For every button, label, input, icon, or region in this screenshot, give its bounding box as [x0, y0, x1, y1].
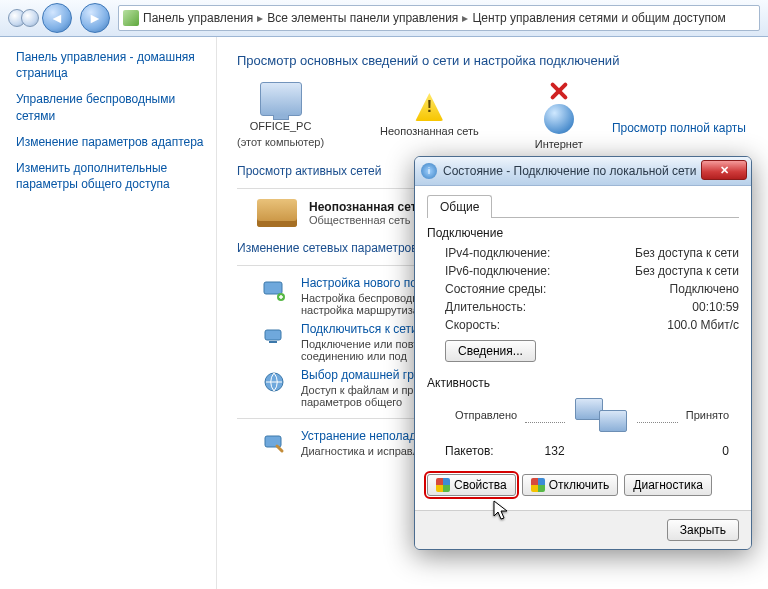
connection-group-label: Подключение	[427, 226, 739, 240]
active-network-type: Общественная сеть	[309, 214, 424, 226]
nav-back-button[interactable]: ◄	[42, 3, 72, 33]
node-internet: Интернет	[535, 80, 583, 150]
network-map: OFFICE_PC (этот компьютер) Неопознанная …	[237, 80, 748, 150]
ipv4-label: IPv4-подключение:	[445, 246, 550, 260]
shield-icon	[436, 478, 450, 492]
breadcrumb-mid[interactable]: Все элементы панели управления	[267, 11, 458, 25]
sidebar-link-home[interactable]: Панель управления - домашняя страница	[16, 49, 216, 81]
chevron-right-icon: ▸	[257, 11, 263, 25]
troubleshoot-icon	[257, 429, 291, 457]
node-unknown-network: Неопознанная сеть	[380, 93, 479, 137]
dialog-title: Состояние - Подключение по локальной сет…	[443, 164, 697, 178]
control-panel-icon	[123, 10, 139, 26]
ipv6-value: Без доступа к сети	[635, 264, 739, 278]
nav-forward-button[interactable]: ►	[80, 3, 110, 33]
node-unknown-label: Неопознанная сеть	[380, 125, 479, 137]
svg-rect-5	[265, 436, 281, 447]
packets-received-value: 0	[722, 444, 729, 458]
packets-label: Пакетов:	[445, 444, 494, 458]
svg-rect-3	[269, 341, 277, 343]
tab-general[interactable]: Общие	[427, 195, 492, 218]
sidebar-link-adapter[interactable]: Изменение параметров адаптера	[16, 134, 216, 150]
active-network-name: Неопознанная сеть	[309, 200, 424, 214]
breadcrumb-bar[interactable]: Панель управления ▸ Все элементы панели …	[118, 5, 760, 31]
sidebar-link-sharing[interactable]: Изменить дополнительные параметры общего…	[16, 160, 216, 192]
details-button[interactable]: Сведения...	[445, 340, 536, 362]
received-label: Принято	[686, 409, 729, 421]
public-network-icon	[257, 199, 297, 227]
status-dialog: i Состояние - Подключение по локальной с…	[414, 156, 752, 550]
media-state-label: Состояние среды:	[445, 282, 546, 296]
chevron-right-icon: ▸	[462, 11, 468, 25]
node-pc-sub: (этот компьютер)	[237, 136, 324, 148]
toolbar: ◄ ► Панель управления ▸ Все элементы пан…	[0, 0, 768, 37]
duration-value: 00:10:59	[692, 300, 739, 314]
media-state-value: Подключено	[670, 282, 739, 296]
breadcrumb-root[interactable]: Панель управления	[143, 11, 253, 25]
speed-label: Скорость:	[445, 318, 500, 332]
svg-rect-0	[264, 282, 282, 294]
activity-group-label: Активность	[427, 376, 739, 390]
svg-rect-2	[265, 330, 281, 340]
close-dialog-button[interactable]: Закрыть	[667, 519, 739, 541]
ipv4-value: Без доступа к сети	[635, 246, 739, 260]
dialog-titlebar[interactable]: i Состояние - Подключение по локальной с…	[415, 157, 751, 186]
warning-icon	[415, 93, 443, 121]
speed-value: 100.0 Мбит/с	[667, 318, 739, 332]
new-connection-icon	[257, 276, 291, 304]
activity-separator	[637, 422, 677, 423]
packets-sent-value: 132	[545, 444, 565, 458]
connect-icon	[257, 322, 291, 350]
computer-icon	[260, 82, 302, 116]
disconnected-icon	[548, 80, 570, 102]
dialog-tabs: Общие	[427, 194, 739, 218]
activity-separator	[525, 422, 565, 423]
close-button[interactable]: ✕	[701, 160, 747, 180]
homegroup-icon	[257, 368, 291, 396]
breadcrumb-leaf[interactable]: Центр управления сетями и общим доступом	[472, 11, 726, 25]
shield-icon	[531, 478, 545, 492]
duration-label: Длительность:	[445, 300, 526, 314]
sidebar-link-wireless[interactable]: Управление беспроводными сетями	[16, 91, 216, 123]
sidebar: Панель управления - домашняя страница Уп…	[0, 37, 217, 589]
node-pc-name: OFFICE_PC	[250, 120, 312, 132]
globe-icon	[544, 104, 574, 134]
activity-icon	[573, 396, 629, 434]
disable-button[interactable]: Отключить	[522, 474, 619, 496]
node-this-pc: OFFICE_PC (этот компьютер)	[237, 82, 324, 148]
ipv6-label: IPv6-подключение:	[445, 264, 550, 278]
page-title: Просмотр основных сведений о сети и наст…	[237, 53, 748, 68]
network-status-icon: i	[421, 163, 437, 179]
sent-label: Отправлено	[455, 409, 517, 421]
properties-button[interactable]: Свойства	[427, 474, 516, 496]
app-icon	[8, 9, 34, 27]
view-full-map-link[interactable]: Просмотр полной карты	[612, 121, 746, 135]
node-internet-label: Интернет	[535, 138, 583, 150]
diagnose-button[interactable]: Диагностика	[624, 474, 712, 496]
